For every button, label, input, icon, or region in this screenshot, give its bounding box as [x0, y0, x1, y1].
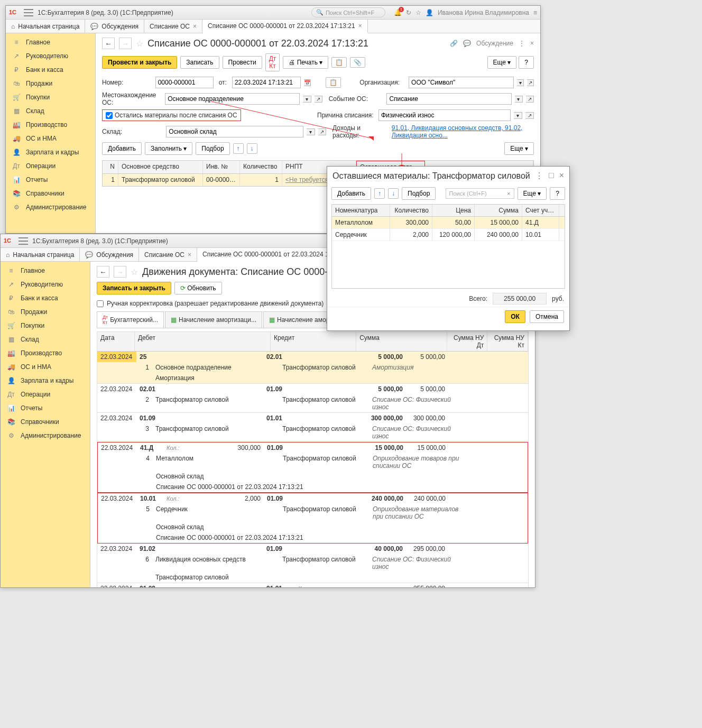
- sidebar-item[interactable]: 👤Зарплата и кадры: [1, 374, 90, 388]
- help-button[interactable]: ?: [519, 56, 534, 69]
- fill-button[interactable]: Заполнить ▾: [145, 142, 192, 155]
- sidebar-item[interactable]: ▦Склад: [6, 104, 95, 118]
- sidebar-item[interactable]: 🚚ОС и НМА: [1, 360, 90, 374]
- discuss-icon[interactable]: 💬: [463, 40, 471, 47]
- col-kt[interactable]: Кредит: [271, 332, 356, 351]
- close-icon[interactable]: ×: [530, 40, 534, 47]
- col-sum[interactable]: Сумма: [356, 332, 447, 351]
- bell-icon[interactable]: 🔔1: [394, 9, 402, 16]
- ledger-entry[interactable]: 22.03.2024 02.01 01.09 5 000,00 5 000,00…: [97, 384, 528, 413]
- col-date[interactable]: Дата: [97, 332, 135, 351]
- sidebar-item[interactable]: ₽Банк и касса: [1, 291, 90, 305]
- col-qty[interactable]: Количество: [240, 161, 282, 173]
- sidebar-item[interactable]: ≡Главное: [1, 264, 90, 278]
- sidebar-item[interactable]: 📊Отчеты: [1, 401, 90, 415]
- refresh-button[interactable]: ⟳ Обновить: [174, 282, 222, 294]
- income-link[interactable]: 91.01, Ликвидация основных средств, 91.0…: [392, 124, 534, 139]
- tab-discuss[interactable]: 💬Обсуждения: [80, 248, 139, 261]
- add-button[interactable]: Добавить: [331, 187, 371, 200]
- col-nom[interactable]: Номенклатура: [332, 205, 390, 216]
- cancel-button[interactable]: Отмена: [530, 310, 564, 323]
- pick-button[interactable]: Подбор: [196, 142, 229, 155]
- sidebar-item[interactable]: ▦Склад: [1, 333, 90, 346]
- global-search[interactable]: 🔍 Поиск Ctrl+Shift+F: [311, 7, 385, 17]
- open-icon[interactable]: ↗: [526, 96, 534, 103]
- table-row[interactable]: Сердечник2,000120 000,00240 000,0010.01: [332, 229, 565, 241]
- menu-dots[interactable]: ≡: [533, 9, 537, 16]
- tab-list[interactable]: Списание ОС×: [144, 20, 202, 33]
- nav-fwd[interactable]: →: [114, 266, 126, 278]
- fill-button[interactable]: 📋: [326, 77, 341, 88]
- move-up-button[interactable]: ↑: [374, 188, 385, 199]
- col-acc[interactable]: Счет учета: [522, 205, 559, 216]
- tab-home[interactable]: ⌂Начальная страница: [6, 20, 85, 33]
- sidebar-item[interactable]: ДтОперации: [1, 388, 90, 401]
- move-down-button[interactable]: ↓: [247, 143, 257, 154]
- dropdown-icon[interactable]: ▾: [303, 96, 311, 103]
- sidebar-item[interactable]: 🛍Продажи: [1, 305, 90, 319]
- dropdown-icon[interactable]: ▾: [514, 112, 522, 119]
- save-close-button[interactable]: Записать и закрыть: [97, 282, 171, 294]
- history-icon[interactable]: ↻: [406, 9, 411, 16]
- ledger-entry[interactable]: 22.03.2024 01.09 91.01 Кол.: 255 000,00 …: [97, 583, 528, 587]
- post-button[interactable]: Провести: [223, 56, 262, 69]
- close-icon[interactable]: ×: [193, 23, 197, 30]
- nav-back[interactable]: ←: [102, 38, 115, 49]
- col-sumdt[interactable]: Сумма НУ Дт: [447, 332, 488, 351]
- loc-input[interactable]: [165, 93, 300, 105]
- attach-button[interactable]: 📎: [350, 57, 365, 68]
- col-dt[interactable]: Дебет: [135, 332, 271, 351]
- sidebar-item[interactable]: ↗Руководителю: [6, 49, 95, 63]
- sidebar-item[interactable]: ₽Банк и касса: [6, 63, 95, 77]
- user-icon[interactable]: 👤: [426, 9, 433, 16]
- ledger-entry[interactable]: 22.03.2024 25 02.01 5 000,00 5 000,00 1 …: [97, 352, 528, 384]
- save-button[interactable]: Записать: [180, 56, 219, 69]
- table-row[interactable]: Металлолом300,00050,0015 000,0041.Д: [332, 217, 565, 229]
- open-icon[interactable]: ↗: [318, 128, 326, 135]
- org-input[interactable]: [409, 77, 514, 88]
- col-price[interactable]: Цена: [432, 205, 475, 216]
- link-icon[interactable]: 🔗: [450, 40, 458, 47]
- move-down-button[interactable]: ↓: [388, 188, 399, 199]
- ledger-entry[interactable]: 22.03.2024 01.09 01.01 300 000,00 300 00…: [97, 413, 528, 442]
- tab-accounting[interactable]: ДтКтБухгалтерский...: [97, 311, 164, 328]
- ledger-entry[interactable]: 22.03.2024 91.02 01.09 40 000,00 295 000…: [97, 543, 528, 583]
- open-icon[interactable]: ↗: [527, 79, 534, 86]
- dropdown-icon[interactable]: ▾: [307, 128, 315, 135]
- tab-list[interactable]: Списание ОС×: [139, 248, 197, 261]
- sidebar-item[interactable]: ↗Руководителю: [1, 278, 90, 291]
- pick-button[interactable]: Подбор: [402, 187, 436, 200]
- sidebar-item[interactable]: 🛍Продажи: [6, 77, 95, 90]
- sidebar-item[interactable]: 📚Справочники: [1, 415, 90, 429]
- wh-input[interactable]: [166, 126, 303, 137]
- dropdown-icon[interactable]: ▾: [517, 79, 524, 86]
- close-icon[interactable]: ×: [358, 22, 362, 30]
- more-icon[interactable]: ⋮: [519, 40, 525, 47]
- user-name[interactable]: Иванова Ирина Владимировна: [438, 9, 529, 16]
- col-qty[interactable]: Количество: [390, 205, 432, 216]
- remains-checkbox[interactable]: Остались материалы после списания ОС: [102, 109, 241, 121]
- tab-discuss[interactable]: 💬Обсуждения: [85, 20, 144, 33]
- tab-doc[interactable]: Списание ОС 0000-000001 от 22.03.2024 17…: [202, 20, 368, 33]
- nav-back[interactable]: ←: [97, 266, 109, 278]
- add-button[interactable]: Добавить: [102, 142, 142, 155]
- more-button[interactable]: Еще ▾: [487, 56, 517, 69]
- reason-input[interactable]: [378, 109, 511, 121]
- dropdown-icon[interactable]: ▾: [515, 96, 523, 103]
- ledger-entry[interactable]: 22.03.2024 10.01 Кол.: 2,000 01.09 240 0…: [97, 493, 528, 543]
- ledger-entry[interactable]: 22.03.2024 41.Д Кол.: 300,000 01.09 15 0…: [97, 442, 528, 493]
- create-based-button[interactable]: 📋: [331, 57, 347, 68]
- col-sum[interactable]: Сумма: [475, 205, 522, 216]
- sidebar-item[interactable]: 🛒Покупки: [1, 319, 90, 333]
- popup-search[interactable]: Поиск (Ctrl+F)×: [446, 188, 514, 199]
- tab-amort1[interactable]: ▦Начисление амортизаци...: [165, 311, 262, 328]
- dtkt-button[interactable]: ДтКт: [265, 53, 280, 71]
- close-icon[interactable]: ×: [559, 171, 564, 181]
- sidebar-item[interactable]: 🏭Производство: [1, 346, 90, 360]
- more-button[interactable]: Еще ▾: [504, 142, 534, 155]
- sidebar-item[interactable]: 🚚ОС и НМА: [6, 132, 95, 145]
- menu-icon[interactable]: [24, 9, 33, 16]
- sidebar-item[interactable]: ДтОперации: [6, 159, 95, 173]
- sidebar-item[interactable]: 👤Зарплата и кадры: [6, 145, 95, 159]
- date-input[interactable]: [232, 77, 301, 88]
